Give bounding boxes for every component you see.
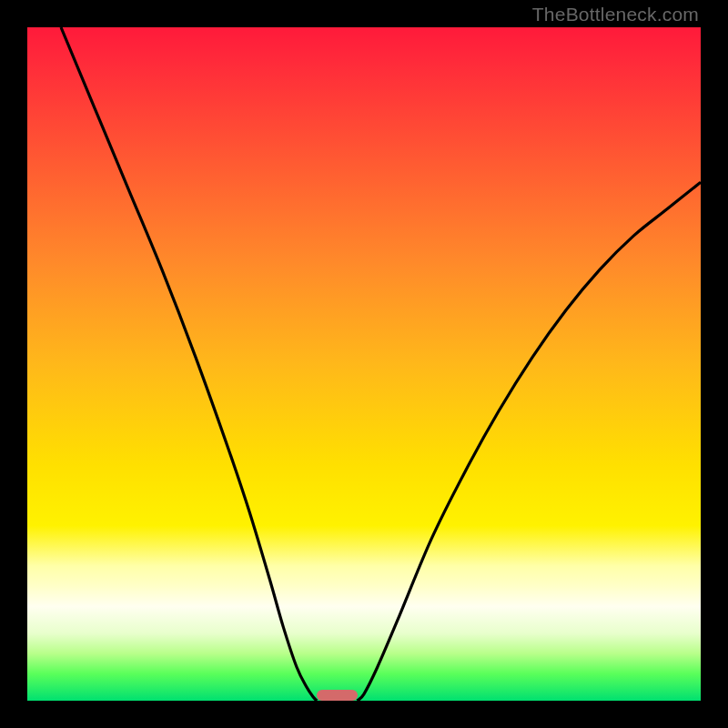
optimal-range-marker [317, 690, 357, 701]
watermark-label: TheBottleneck.com [532, 4, 699, 25]
chart-frame [0, 0, 728, 728]
left-curve [61, 27, 317, 701]
curve-overlay [27, 27, 701, 701]
plot-area [27, 27, 701, 701]
right-curve [358, 182, 701, 701]
